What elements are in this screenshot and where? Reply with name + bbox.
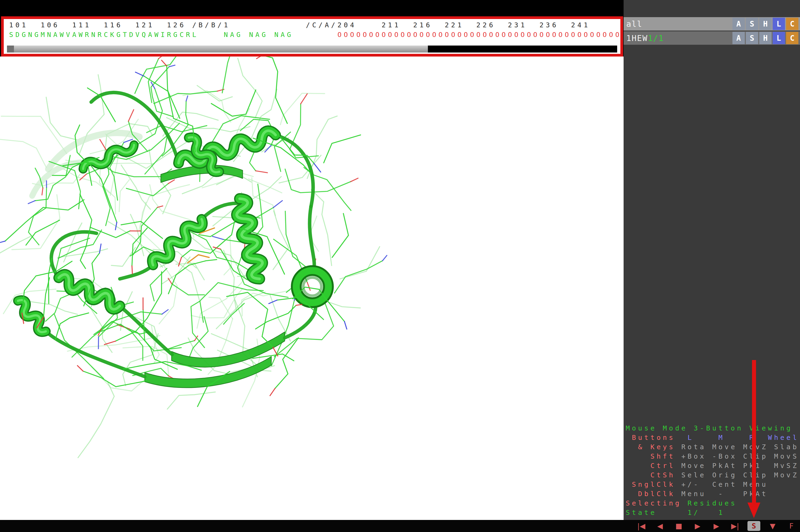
back-button[interactable]: ◀: [654, 521, 667, 531]
side-panel: allASHLC1HEW 1/1ASHLC Mouse Mode 3-Butto…: [623, 0, 800, 520]
mouse-panel-line: SnglClk +/- Cent Menu: [626, 480, 799, 489]
bottom-bar: |◀◀■▶▶▶|S▼F: [0, 520, 800, 532]
scrollbar-handle[interactable]: [7, 45, 428, 53]
mouse-panel-line: State 1/ 1: [626, 508, 799, 517]
seq-gap2: [293, 31, 338, 39]
object-name[interactable]: 1HEW: [626, 34, 648, 43]
rewind-button[interactable]: |◀: [635, 521, 648, 531]
1hew-show-button[interactable]: S: [746, 32, 758, 44]
mouse-panel-line: Buttons L M R Wheel: [626, 433, 799, 442]
mouse-panel-line: Shft +Box -Box Clip MovS: [626, 452, 799, 461]
mouse-panel-line: DblClk Menu - PkAt: [626, 489, 799, 498]
sequence-toggle-button[interactable]: S: [747, 521, 760, 531]
1hew-label-button[interactable]: L: [772, 32, 785, 44]
annotation-arrow-head: [747, 502, 760, 518]
hide-panel-button[interactable]: ▼: [766, 521, 779, 531]
sequence-letters[interactable]: SDGNGMNAWVAWRNRCKGTDVQAWIRGCRL NAG NAG N…: [9, 30, 620, 40]
1hew-hide-button[interactable]: H: [759, 32, 771, 44]
vcr-controls: |◀◀■▶▶▶|S▼F: [635, 521, 798, 531]
play-button[interactable]: ▶: [691, 521, 704, 531]
scrollbar-left-cap: [7, 45, 14, 53]
mouse-panel-line: & Keys Rota Move MovZ Slab: [626, 442, 799, 452]
annotation-arrow: [752, 360, 756, 504]
sequence-bar: 101 106 111 116 121 126 /B/B/1 /C/A/204 …: [4, 19, 620, 54]
fullscreen-button[interactable]: F: [785, 521, 798, 531]
all-action-button[interactable]: A: [732, 18, 745, 30]
seq-gap1: [199, 31, 224, 39]
sequence-scrollbar[interactable]: [7, 45, 617, 53]
seq-ligands[interactable]: NAG NAG NAG: [224, 31, 293, 39]
all-label-button[interactable]: L: [772, 18, 785, 30]
residue-numbers: 101 106 111 116 121 126 /B/B/1 /C/A/204 …: [9, 20, 620, 30]
mouse-panel-line: CtSh Sele Orig Clip MovZ: [626, 470, 799, 480]
mouse-panel-line: Selecting Residues: [626, 498, 799, 508]
1hew-color-button[interactable]: C: [786, 32, 798, 44]
annotation-rectangle: 101 106 111 116 121 126 /B/B/1 /C/A/204 …: [1, 16, 623, 57]
protein-rendering: [0, 57, 623, 520]
stop-button[interactable]: ■: [672, 521, 685, 531]
end-button[interactable]: ▶|: [729, 521, 742, 531]
all-show-button[interactable]: S: [746, 18, 758, 30]
all-color-button[interactable]: C: [786, 18, 798, 30]
mouse-mode-panel: Mouse Mode 3-Button Viewing Buttons L M …: [626, 423, 799, 517]
object-row-all[interactable]: allASHLC: [623, 17, 800, 31]
1hew-action-button[interactable]: A: [732, 32, 745, 44]
object-name[interactable]: all: [626, 19, 642, 28]
object-state: 1/1: [648, 34, 664, 43]
object-row-1hew[interactable]: 1HEW 1/1ASHLC: [623, 31, 800, 45]
viewer-area: 101 106 111 116 121 126 /B/B/1 /C/A/204 …: [0, 0, 623, 520]
mouse-panel-line: Mouse Mode 3-Button Viewing: [626, 423, 799, 433]
seq-waters[interactable]: OOOOOOOOOOOOOOOOOOOOOOOOOOOOOOOOOOOOOOOO…: [338, 31, 620, 39]
mouse-panel-line: Ctrl Move PkAt Pk1 MvSZ: [626, 461, 799, 470]
object-list: allASHLC1HEW 1/1ASHLC: [623, 0, 800, 45]
all-hide-button[interactable]: H: [759, 18, 771, 30]
3d-viewport[interactable]: [0, 57, 623, 520]
seq-residues[interactable]: SDGNGMNAWVAWRNRCKGTDVQAWIRGCRL: [9, 31, 199, 39]
forward-button[interactable]: ▶: [710, 521, 723, 531]
